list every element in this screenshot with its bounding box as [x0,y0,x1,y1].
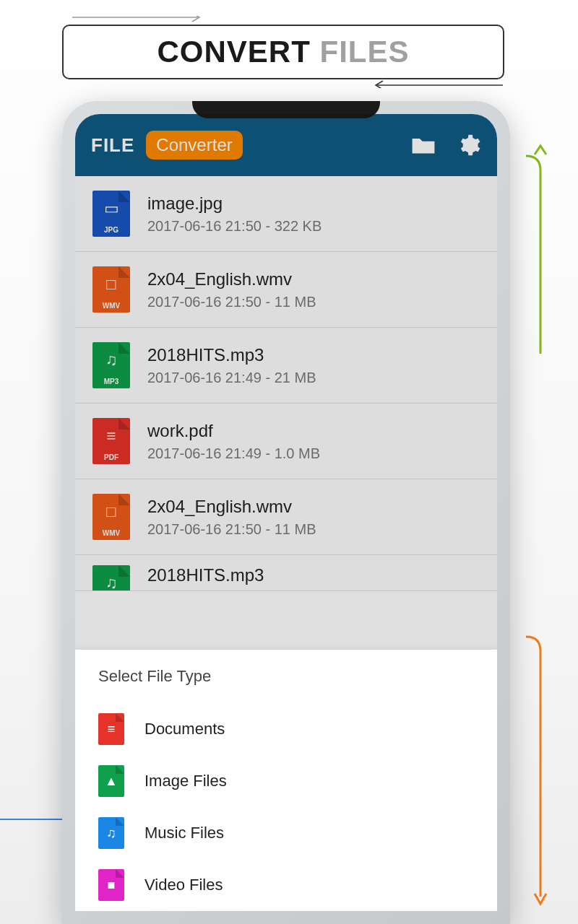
type-icon: ▲ [98,765,124,797]
file-type-icon: □ WMV [92,266,130,313]
phone-notch [192,101,380,118]
side-arrow-orange [526,622,555,907]
file-info: 2018HITS.mp3 [147,565,480,590]
decor-line-blue [0,819,64,820]
file-item[interactable]: ≡ PDF work.pdf 2017-06-16 21:49 - 1.0 MB [75,404,497,479]
decor-arrow-bottom [373,79,503,88]
file-name: 2x04_English.wmv [147,269,480,289]
type-label: Documents [144,720,225,738]
file-info: 2x04_English.wmv 2017-06-16 21:50 - 11 M… [147,497,480,538]
side-arrow-green [526,141,555,354]
file-type-icon: ▭ JPG [92,191,130,237]
type-label: Video Files [144,876,223,894]
file-meta: 2017-06-16 21:50 - 11 MB [147,294,480,310]
app-header: FILE Converter [75,114,497,176]
type-label: Image Files [144,772,227,790]
type-item[interactable]: ■ Video Files [98,859,474,911]
file-meta: 2017-06-16 21:49 - 1.0 MB [147,445,480,462]
decor-arrow-top [72,16,202,25]
type-label: Music Files [144,824,224,842]
banner-word-convert: CONVERT [157,35,310,69]
folder-icon[interactable] [410,134,436,156]
file-item[interactable]: ♫ MP3 2018HITS.mp3 [75,555,497,591]
type-icon: ≡ [98,713,124,745]
file-info: 2018HITS.mp3 2017-06-16 21:49 - 21 MB [147,345,480,386]
file-info: work.pdf 2017-06-16 21:49 - 1.0 MB [147,421,480,462]
file-list: ▭ JPG image.jpg 2017-06-16 21:50 - 322 K… [75,176,497,591]
file-name: 2018HITS.mp3 [147,345,480,365]
file-info: 2x04_English.wmv 2017-06-16 21:50 - 11 M… [147,269,480,310]
file-meta: 2017-06-16 21:50 - 11 MB [147,521,480,538]
file-name: 2x04_English.wmv [147,497,480,517]
sheet-title: Select File Type [98,667,474,686]
type-item[interactable]: ♫ Music Files [98,807,474,859]
type-icon: ♫ [98,817,124,849]
file-type-icon: ♫ MP3 [92,565,130,591]
app-title-file: FILE [91,134,134,157]
type-icon: ■ [98,869,124,901]
file-type-icon: ≡ PDF [92,418,130,464]
app-title-converter: Converter [146,131,242,160]
type-item[interactable]: ≡ Documents [98,703,474,755]
file-type-icon: ♫ MP3 [92,342,130,388]
app-screen: FILE Converter ▭ JPG image.jpg 2017-06-1… [75,114,497,911]
type-list: ≡ Documents ▲ Image Files ♫ Music Files … [98,703,474,911]
file-name: 2018HITS.mp3 [147,565,480,585]
file-name: image.jpg [147,193,480,214]
file-item[interactable]: □ WMV 2x04_English.wmv 2017-06-16 21:50 … [75,252,497,328]
file-info: image.jpg 2017-06-16 21:50 - 322 KB [147,193,480,235]
gear-icon[interactable] [457,133,481,157]
phone-frame: FILE Converter ▭ JPG image.jpg 2017-06-1… [62,101,510,924]
file-meta: 2017-06-16 21:49 - 21 MB [147,370,480,386]
file-item[interactable]: ♫ MP3 2018HITS.mp3 2017-06-16 21:49 - 21… [75,328,497,404]
bottom-sheet: Select File Type ≡ Documents ▲ Image Fil… [75,650,497,911]
type-item[interactable]: ▲ Image Files [98,755,474,807]
banner-word-files: FILES [320,35,410,69]
file-item[interactable]: ▭ JPG image.jpg 2017-06-16 21:50 - 322 K… [75,176,497,252]
file-meta: 2017-06-16 21:50 - 322 KB [147,218,480,235]
file-item[interactable]: □ WMV 2x04_English.wmv 2017-06-16 21:50 … [75,479,497,555]
file-type-icon: □ WMV [92,494,130,540]
file-name: work.pdf [147,421,480,441]
title-banner: CONVERT FILES [62,25,504,79]
